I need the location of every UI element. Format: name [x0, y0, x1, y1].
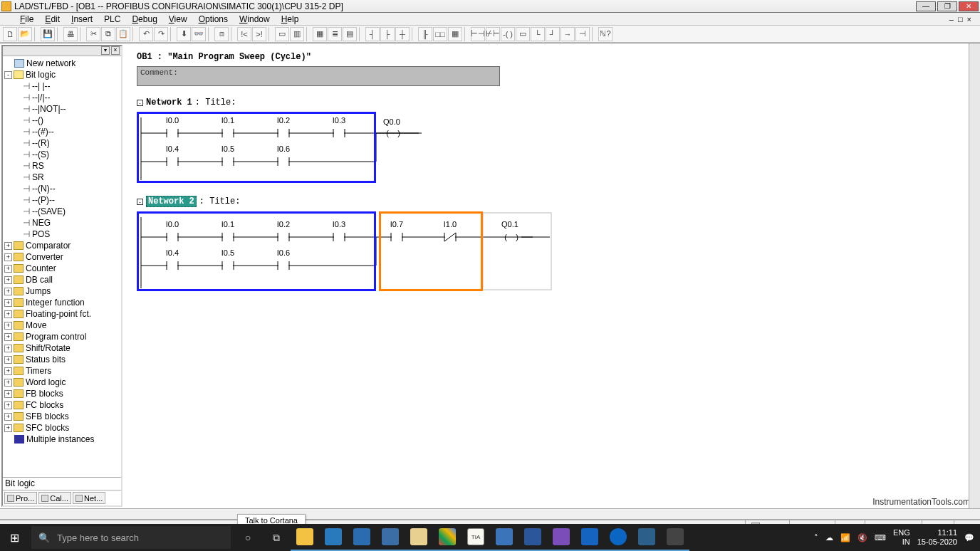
mdi-max[interactable]: □ [958, 15, 963, 23]
connector-button[interactable]: → [561, 27, 575, 41]
menu-options[interactable]: Options [194, 14, 232, 24]
panel-pin-icon[interactable]: ▾ [101, 46, 110, 55]
network-1-header[interactable]: - Network 1 : Title: [137, 98, 967, 107]
tree-view[interactable]: New network - Bit logic ⊣--| |--⊣--|/|--… [3, 56, 121, 477]
scrollbar-vertical[interactable] [969, 43, 980, 508]
expand-icon[interactable]: + [4, 299, 12, 307]
goto-prev-button[interactable]: !< [237, 27, 251, 41]
menu-file[interactable]: File [16, 14, 38, 24]
print-button[interactable]: 🖶 [63, 27, 78, 41]
download-button[interactable]: ⬇ [177, 27, 191, 41]
tree-bit-logic[interactable]: - Bit logic [3, 69, 121, 80]
tree-bit-item[interactable]: ⊣--(#)-- [3, 126, 121, 137]
menu-view[interactable]: View [165, 14, 192, 24]
coil-button[interactable]: -( ) [501, 27, 515, 41]
tree-bit-item[interactable]: ⊣--(S) [3, 149, 121, 160]
panel-close-icon[interactable]: × [111, 46, 120, 55]
tab-network[interactable]: Net... [73, 492, 105, 504]
tree-folder[interactable]: +Shift/Rotate [3, 342, 121, 354]
tree-bit-item[interactable]: ⊣NEG [3, 217, 121, 229]
expand-icon[interactable]: + [4, 242, 12, 250]
expand-icon[interactable]: + [4, 345, 12, 352]
nc-contact-button[interactable]: ⊬⊢ [486, 27, 500, 41]
app-generic2[interactable] [661, 524, 689, 551]
branch-down-button[interactable]: └ [531, 27, 545, 41]
menu-insert[interactable]: Insert [67, 14, 97, 24]
redo-button[interactable]: ↷ [154, 27, 168, 41]
tray-wifi-icon[interactable]: 📶 [840, 533, 850, 542]
expand-icon[interactable]: + [4, 322, 12, 330]
restore-button[interactable]: ❐ [937, 1, 957, 11]
expand-icon[interactable]: + [4, 390, 12, 398]
app-snip[interactable] [547, 524, 575, 551]
expand-icon[interactable]: + [4, 253, 12, 261]
cut-button[interactable]: ✂ [86, 27, 100, 41]
system-tray[interactable]: ˄ ☁ 📶 🔇 ⌨ ENGIN 11:1115-05-2020 💬 [808, 528, 980, 547]
t-branch-button[interactable]: ┼ [395, 27, 410, 41]
network-2-header[interactable]: - Network 2 : Title: [137, 196, 967, 207]
menu-edit[interactable]: Edit [41, 14, 64, 24]
tray-lang[interactable]: ENGIN [893, 528, 910, 547]
expand-icon[interactable]: + [4, 356, 12, 364]
network-1[interactable]: I0.0I0.1I0.2I0.3 Q0.0 ( ) I0.4I0.5I0.6 [137, 112, 967, 184]
tree-folder[interactable]: +Comparator [3, 240, 121, 251]
tree-folder[interactable]: +FB blocks [3, 388, 121, 399]
app-tia[interactable]: TIA [462, 524, 490, 551]
tree-folder[interactable]: +Word logic [3, 377, 121, 388]
menu-help[interactable]: Help [277, 14, 303, 24]
app-explorer[interactable] [291, 524, 319, 551]
new-button[interactable]: 🗋 [3, 27, 17, 41]
tree-folder[interactable]: +Converter [3, 251, 121, 263]
tray-chevron-icon[interactable]: ˄ [814, 533, 818, 542]
expand-icon[interactable]: + [4, 424, 12, 432]
paste-button[interactable]: 📋 [116, 27, 130, 41]
monitor-button[interactable]: 👓 [192, 27, 206, 41]
expand-icon[interactable]: + [4, 413, 12, 421]
tree-bit-item[interactable]: ⊣POS [3, 229, 121, 240]
no-contact-button[interactable]: ⊢⊣ [471, 27, 485, 41]
view1-button[interactable]: ▭ [275, 27, 289, 41]
insert-net-button[interactable]: ▦ [313, 27, 327, 41]
expand-icon[interactable]: + [4, 367, 12, 375]
tree-folder[interactable]: +Status bits [3, 354, 121, 365]
close-button[interactable]: ✕ [959, 1, 979, 11]
tree-bit-item[interactable]: ⊣--() [3, 115, 121, 126]
undo-button[interactable]: ↶ [139, 27, 153, 41]
block-ins-button[interactable]: ▦ [448, 27, 462, 41]
coil-open-button[interactable]: ╟ [418, 27, 432, 41]
tree-multiple-instances[interactable]: Multiple instances [3, 434, 121, 445]
tree-folder[interactable]: +Floating-point fct. [3, 308, 121, 320]
minimize-button[interactable]: — [916, 1, 936, 11]
app-store[interactable] [348, 524, 376, 551]
ref-button[interactable]: ⧈ [214, 27, 229, 41]
network-2[interactable]: I0.0I0.1I0.2I0.3 I0.7I1.0 Q0.1 ( ) I0.4I… [137, 211, 967, 294]
app-chrome[interactable] [433, 524, 462, 551]
conn-button[interactable]: □□ [433, 27, 447, 41]
tree-folder[interactable]: +Counter [3, 263, 121, 274]
expand-icon[interactable]: + [4, 310, 12, 318]
expand-icon[interactable]: + [4, 276, 12, 284]
branch-open-button[interactable]: ┤ [365, 27, 380, 41]
box-button[interactable]: ▭ [516, 27, 530, 41]
tray-cloud-icon[interactable]: ☁ [825, 533, 833, 542]
comment-field[interactable]: Comment: [137, 66, 500, 86]
help-button[interactable]: ℕ? [598, 27, 612, 41]
neg-button[interactable]: ⊣ [575, 27, 590, 41]
tree-bit-item[interactable]: ⊣--(P)-- [3, 194, 121, 206]
tree-folder[interactable]: +DB call [3, 274, 121, 285]
app-teamviewer[interactable] [604, 524, 632, 551]
tree-folder[interactable]: +Integer function [3, 297, 121, 308]
app-diamond[interactable] [575, 524, 604, 551]
tree-folder[interactable]: +FC blocks [3, 399, 121, 411]
view2-button[interactable]: ▥ [290, 27, 304, 41]
tree-folder[interactable]: +SFB blocks [3, 411, 121, 422]
copy-button[interactable]: ⧉ [101, 27, 115, 41]
save-button[interactable]: 💾 [41, 27, 55, 41]
lad-col-button[interactable]: ≣ [328, 27, 342, 41]
tab-program[interactable]: Pro... [4, 492, 37, 504]
tray-clock[interactable]: 11:1115-05-2020 [917, 528, 957, 547]
filter-field[interactable]: Bit logic [3, 477, 121, 490]
tray-volume-icon[interactable]: 🔇 [858, 533, 867, 542]
tray-keyboard-icon[interactable]: ⌨ [875, 533, 886, 542]
tree-bit-item[interactable]: ⊣--(SAVE) [3, 206, 121, 217]
